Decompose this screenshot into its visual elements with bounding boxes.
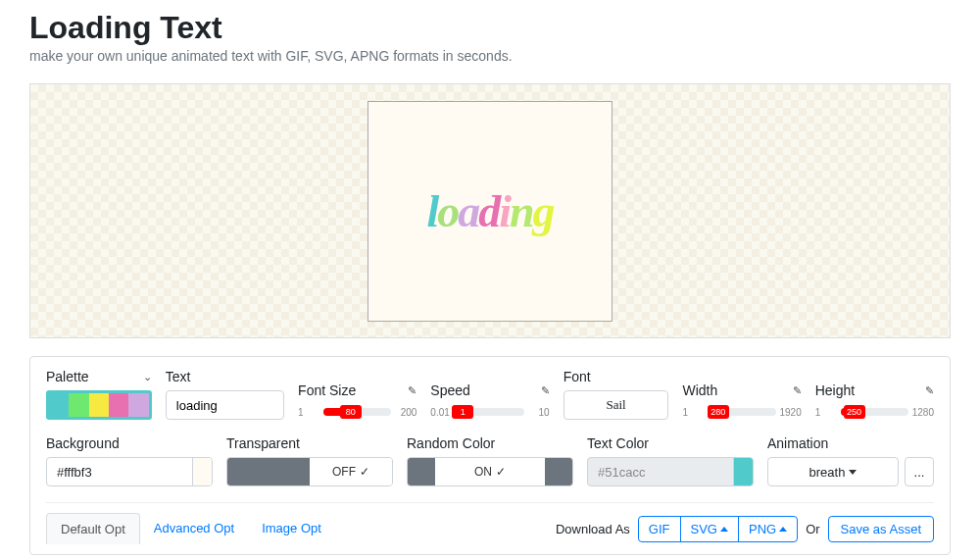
caret-up-icon [720,527,728,532]
textcolor-swatch [733,458,753,485]
preview-canvas: loading [368,101,612,322]
palette-swatch [49,393,69,417]
controls-panel: Palette⌄ Text Font Size✎ 1 80 200 Speed✎ [29,356,951,555]
height-slider[interactable]: 1 250 1280 [815,404,934,420]
palette-swatch [109,393,128,417]
background-input[interactable]: #fffbf3 [46,457,213,486]
animation-label: Animation [767,435,828,451]
transparent-toggle[interactable]: OFF✓ [226,457,393,486]
preview-text: loading [426,185,553,237]
download-png-button[interactable]: PNG [739,517,797,541]
page-subtitle: make your own unique animated text with … [29,48,951,64]
or-label: Or [806,522,819,536]
check-icon: ✓ [360,465,369,479]
text-label: Text [166,369,191,384]
height-label: Height [815,382,855,398]
font-label: Font [564,369,591,384]
pencil-icon[interactable]: ✎ [925,384,934,397]
palette-picker[interactable] [46,390,152,420]
bg-swatch [192,458,212,485]
pencil-icon[interactable]: ✎ [408,384,416,397]
animation-more-button[interactable]: ... [905,457,934,486]
download-gif-button[interactable]: GIF [639,517,681,541]
download-svg-button[interactable]: SVG [681,517,739,541]
download-format-group: GIF SVG PNG [638,516,798,542]
palette-expand-icon[interactable]: ⌄ [143,371,152,383]
palette-label: Palette [46,369,89,384]
palette-swatch [128,393,148,417]
tab-advanced[interactable]: Advanced Opt [140,513,248,544]
textcolor-label: Text Color [587,435,649,451]
randomcolor-toggle[interactable]: ON✓ [407,457,573,486]
animation-select[interactable]: breath [767,457,899,486]
transparent-label: Transparent [226,435,300,451]
fontsize-label: Font Size [298,382,356,398]
option-tabs: Default Opt Advanced Opt Image Opt [46,513,335,544]
randomcolor-label: Random Color [407,435,495,451]
palette-swatch [69,393,88,417]
check-icon: ✓ [496,465,506,479]
caret-up-icon [779,527,787,532]
preview-area: loading [29,83,951,338]
fontsize-slider[interactable]: 1 80 200 [298,404,416,420]
palette-swatch [89,393,109,417]
page-title: Loading Text [29,10,951,46]
font-select[interactable]: Sail [564,390,669,420]
background-label: Background [46,435,120,451]
speed-slider[interactable]: 0.01 1 10 [430,404,549,420]
pencil-icon[interactable]: ✎ [541,384,550,397]
text-input[interactable] [166,390,284,420]
tab-image[interactable]: Image Opt [248,513,335,544]
save-as-asset-button[interactable]: Save as Asset [828,516,934,542]
speed-label: Speed [430,382,469,398]
caret-down-icon [849,470,857,475]
width-label: Width [682,382,717,398]
download-as-label: Download As [556,522,630,536]
pencil-icon[interactable]: ✎ [793,384,802,397]
tab-default[interactable]: Default Opt [46,513,140,544]
width-slider[interactable]: 1 280 1920 [682,404,801,420]
textcolor-input[interactable]: #51cacc [587,457,754,486]
